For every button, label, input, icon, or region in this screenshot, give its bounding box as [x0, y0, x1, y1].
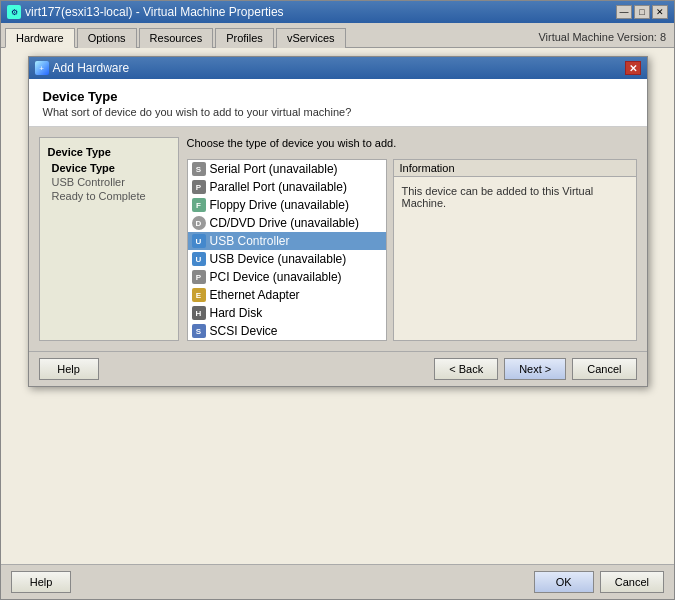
device-label-floppy: Floppy Drive (unavailable): [210, 198, 349, 212]
modal-footer: Help < Back Next > Cancel: [29, 351, 647, 386]
outer-help-button[interactable]: Help: [11, 571, 71, 593]
device-list-item-scsi[interactable]: SSCSI Device: [188, 322, 386, 340]
info-panel: Information This device can be added to …: [393, 159, 637, 341]
modal-next-button[interactable]: Next >: [504, 358, 566, 380]
add-hardware-dialog: + Add Hardware ✕ Device Type What sort o…: [28, 56, 648, 387]
floppy-icon: F: [192, 198, 206, 212]
modal-header-title: Device Type: [43, 89, 633, 104]
device-list[interactable]: SSerial Port (unavailable)PParallel Port…: [187, 159, 387, 341]
device-list-item-parallel[interactable]: PParallel Port (unavailable): [188, 178, 386, 196]
hdd-icon: H: [192, 306, 206, 320]
device-list-item-harddisk[interactable]: HHard Disk: [188, 304, 386, 322]
outer-cancel-button[interactable]: Cancel: [600, 571, 664, 593]
modal-title: Add Hardware: [53, 61, 130, 75]
info-panel-title: Information: [394, 160, 636, 177]
serial-icon: S: [192, 162, 206, 176]
outer-titlebar: ⚙ virt177(esxi13-local) - Virtual Machin…: [1, 1, 674, 23]
wizard-step-usb-controller: USB Controller: [48, 176, 170, 188]
scsi-icon: S: [192, 324, 206, 338]
vm-version-label: Virtual Machine Version: 8: [538, 31, 666, 43]
device-label-parallel: Parallel Port (unavailable): [210, 180, 347, 194]
wizard-sidebar-title: Device Type: [48, 146, 170, 158]
usb-icon: U: [192, 234, 206, 248]
minimize-button[interactable]: —: [616, 5, 632, 19]
device-list-item-serial[interactable]: SSerial Port (unavailable): [188, 160, 386, 178]
modal-header-subtitle: What sort of device do you wish to add t…: [43, 106, 633, 118]
tab-resources[interactable]: Resources: [139, 28, 214, 48]
device-label-pci: PCI Device (unavailable): [210, 270, 342, 284]
device-label-usb: USB Controller: [210, 234, 290, 248]
wizard-main: Choose the type of device you wish to ad…: [187, 137, 637, 341]
eth-icon: E: [192, 288, 206, 302]
parallel-icon: P: [192, 180, 206, 194]
usb-icon: U: [192, 252, 206, 266]
device-list-item-cd[interactable]: DCD/DVD Drive (unavailable): [188, 214, 386, 232]
device-list-item-usb-device[interactable]: UUSB Device (unavailable): [188, 250, 386, 268]
cd-icon: D: [192, 216, 206, 230]
modal-titlebar: + Add Hardware ✕: [29, 57, 647, 79]
device-label-ethernet: Ethernet Adapter: [210, 288, 300, 302]
device-list-item-floppy[interactable]: FFloppy Drive (unavailable): [188, 196, 386, 214]
device-label-cd: CD/DVD Drive (unavailable): [210, 216, 359, 230]
device-label-usb-device: USB Device (unavailable): [210, 252, 347, 266]
tab-bar: Hardware Options Resources Profiles vSer…: [1, 23, 674, 48]
modal-close-button[interactable]: ✕: [625, 61, 641, 75]
outer-window: ⚙ virt177(esxi13-local) - Virtual Machin…: [0, 0, 675, 600]
modal-cancel-button[interactable]: Cancel: [572, 358, 636, 380]
device-label-serial: Serial Port (unavailable): [210, 162, 338, 176]
info-panel-content: This device can be added to this Virtual…: [394, 177, 636, 217]
outer-ok-button[interactable]: OK: [534, 571, 594, 593]
device-label-scsi: SCSI Device: [210, 324, 278, 338]
wizard-prompt: Choose the type of device you wish to ad…: [187, 137, 637, 149]
vm-window-icon: ⚙: [7, 5, 21, 19]
wizard-step-device-type[interactable]: Device Type: [48, 162, 170, 174]
pci-icon: P: [192, 270, 206, 284]
tab-profiles[interactable]: Profiles: [215, 28, 274, 48]
device-label-harddisk: Hard Disk: [210, 306, 263, 320]
maximize-button[interactable]: □: [634, 5, 650, 19]
wizard-step-ready: Ready to Complete: [48, 190, 170, 202]
modal-overlay: + Add Hardware ✕ Device Type What sort o…: [1, 48, 674, 564]
wizard-sidebar: Device Type Device Type USB Controller R…: [39, 137, 179, 341]
modal-help-button[interactable]: Help: [39, 358, 99, 380]
device-list-item-usb[interactable]: UUSB Controller: [188, 232, 386, 250]
device-list-item-ethernet[interactable]: EEthernet Adapter: [188, 286, 386, 304]
device-list-item-pci[interactable]: PPCI Device (unavailable): [188, 268, 386, 286]
tab-vservices[interactable]: vServices: [276, 28, 346, 48]
tab-hardware[interactable]: Hardware: [5, 28, 75, 48]
modal-header: Device Type What sort of device do you w…: [29, 79, 647, 127]
close-button[interactable]: ✕: [652, 5, 668, 19]
outer-titlebar-buttons: — □ ✕: [616, 5, 668, 19]
outer-titlebar-left: ⚙ virt177(esxi13-local) - Virtual Machin…: [7, 5, 284, 19]
outer-bottom-bar: Help OK Cancel: [1, 564, 674, 599]
modal-window-icon: +: [35, 61, 49, 75]
outer-window-title: virt177(esxi13-local) - Virtual Machine …: [25, 5, 284, 19]
modal-back-button[interactable]: < Back: [434, 358, 498, 380]
modal-body: Device Type Device Type USB Controller R…: [29, 127, 647, 351]
tab-options[interactable]: Options: [77, 28, 137, 48]
device-list-container: SSerial Port (unavailable)PParallel Port…: [187, 159, 637, 341]
modal-titlebar-left: + Add Hardware: [35, 61, 130, 75]
